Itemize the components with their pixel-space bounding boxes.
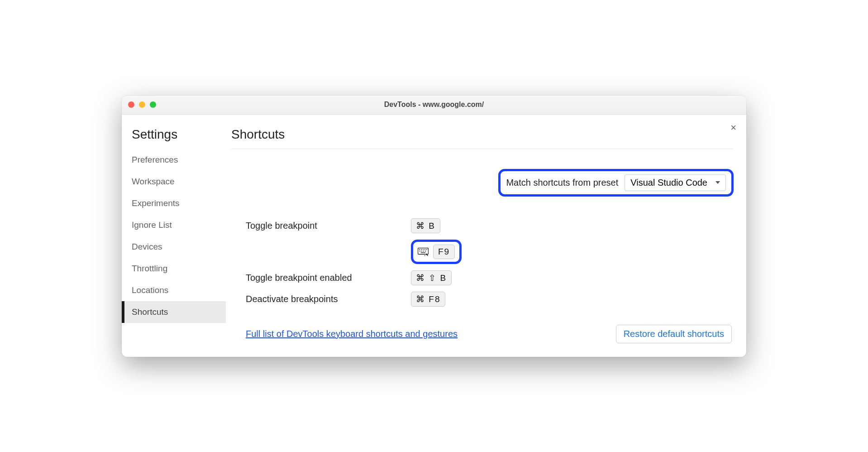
close-icon[interactable]: × <box>730 123 736 133</box>
traffic-lights <box>128 101 156 108</box>
shortcut-row: Deactivate breakpoints ⌘ F8 <box>246 292 732 307</box>
sidebar-item-preferences[interactable]: Preferences <box>132 149 226 171</box>
window-zoom-dot[interactable] <box>150 101 156 108</box>
page-title: Shortcuts <box>231 127 734 149</box>
sidebar-item-locations[interactable]: Locations <box>132 279 226 301</box>
sidebar-item-label: Throttling <box>132 264 167 273</box>
devtools-settings-window: DevTools - www.google.com/ × Settings Pr… <box>122 96 746 357</box>
preset-row: Match shortcuts from preset Visual Studi… <box>231 169 734 197</box>
bottom-row: Full list of DevTools keyboard shortcuts… <box>231 325 734 343</box>
sidebar-item-shortcuts[interactable]: Shortcuts <box>122 301 226 323</box>
shortcut-label: Toggle breakpoint <box>246 221 411 231</box>
sidebar-item-devices[interactable]: Devices <box>132 236 226 258</box>
sidebar-item-label: Preferences <box>132 155 178 164</box>
window-titlebar: DevTools - www.google.com/ <box>122 96 746 115</box>
sidebar-item-label: Shortcuts <box>132 307 168 317</box>
sidebar-item-label: Locations <box>132 285 168 295</box>
sidebar-item-label: Ignore List <box>132 220 172 230</box>
shortcut-row: Toggle breakpoint ⌘ B <box>246 218 732 233</box>
preset-select[interactable]: Visual Studio Code <box>625 174 726 191</box>
preset-select-value: Visual Studio Code <box>630 178 707 188</box>
window-minimize-dot[interactable] <box>139 101 145 108</box>
preset-label: Match shortcuts from preset <box>506 178 618 188</box>
keyboard-icon <box>418 248 429 256</box>
shortcut-key-cell: ⌘ F8 <box>411 292 445 307</box>
sidebar-item-workspace[interactable]: Workspace <box>132 171 226 192</box>
chevron-down-icon <box>715 181 720 184</box>
sidebar-item-experiments[interactable]: Experiments <box>132 192 226 214</box>
shortcut-highlight-outline: F9 <box>411 240 462 264</box>
key-chip[interactable]: ⌘ F8 <box>411 292 445 307</box>
settings-main: Shortcuts Match shortcuts from preset Vi… <box>226 123 746 343</box>
sidebar-item-ignore-list[interactable]: Ignore List <box>132 214 226 236</box>
shortcut-label: Deactivate breakpoints <box>246 294 411 304</box>
settings-sidebar: Settings Preferences Workspace Experimen… <box>122 123 226 343</box>
settings-content: × Settings Preferences Workspace Experim… <box>122 115 746 357</box>
key-chip[interactable]: ⌘ ⇧ B <box>411 270 452 285</box>
key-chip[interactable]: ⌘ B <box>411 218 440 233</box>
sidebar-item-label: Experiments <box>132 198 180 208</box>
shortcut-row: Toggle breakpoint enabled ⌘ ⇧ B <box>246 270 732 285</box>
full-list-link[interactable]: Full list of DevTools keyboard shortcuts… <box>246 329 458 339</box>
sidebar-item-label: Workspace <box>132 177 175 186</box>
sidebar-item-label: Devices <box>132 242 162 251</box>
key-chip[interactable]: F9 <box>433 245 455 259</box>
shortcut-label: Toggle breakpoint enabled <box>246 273 411 283</box>
shortcut-key-cell: ⌘ ⇧ B <box>411 270 452 285</box>
window-title: DevTools - www.google.com/ <box>384 101 484 109</box>
settings-heading: Settings <box>132 127 226 142</box>
restore-default-button[interactable]: Restore default shortcuts <box>616 325 732 343</box>
shortcut-row: F9 <box>246 240 732 264</box>
shortcut-list: Toggle breakpoint ⌘ B <box>231 218 734 307</box>
window-close-dot[interactable] <box>128 101 134 108</box>
sidebar-item-throttling[interactable]: Throttling <box>132 258 226 279</box>
preset-highlight-outline: Match shortcuts from preset Visual Studi… <box>498 169 734 197</box>
shortcut-key-cell: ⌘ B <box>411 218 440 233</box>
shortcut-key-cell: F9 <box>411 240 462 264</box>
